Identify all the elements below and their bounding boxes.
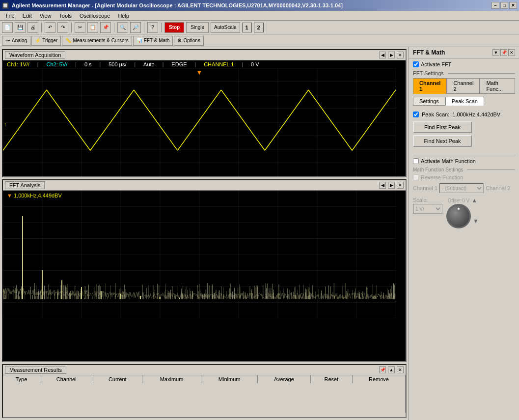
menu-tools[interactable]: Tools xyxy=(55,12,76,20)
measure-nav-pin[interactable]: 📌 xyxy=(379,366,386,373)
scale-label: Scale: xyxy=(413,197,442,203)
tab-channel1[interactable]: Channel 1 xyxy=(413,78,447,94)
measurements-button[interactable]: 📏 Measurements & Cursors xyxy=(62,36,132,46)
waveform-nav-left[interactable]: ◀ xyxy=(379,52,386,58)
save-button[interactable]: 💾 xyxy=(15,22,26,33)
col-reset: Reset xyxy=(310,375,352,383)
scope-toolbar: 〜 Analog ⚡ Trigger 📏 Measurements & Curs… xyxy=(0,34,519,47)
print-button[interactable]: 🖨 xyxy=(27,22,38,33)
measure-table-container: Type Channel Current Maximum Minimum Ave… xyxy=(3,375,406,417)
separator3 xyxy=(114,23,114,32)
copy-button[interactable]: 📋 xyxy=(87,22,98,33)
peak-scan-checkbox[interactable] xyxy=(413,112,419,117)
waveform-close[interactable]: ✕ xyxy=(397,52,404,58)
find-first-peak-button[interactable]: Find First Peak xyxy=(413,121,472,133)
fft-divider xyxy=(448,73,515,74)
stop-button[interactable]: Stop xyxy=(164,22,184,33)
activate-math-label: Activate Math Function xyxy=(421,158,476,164)
col-maximum: Maximum xyxy=(142,375,201,383)
redo-button[interactable]: ↷ xyxy=(57,22,68,33)
scale-group: Scale: 1 V/ xyxy=(413,197,442,214)
fft-display[interactable]: ▼ 1.000kHz,4.449dBV xyxy=(3,191,406,361)
minimize-button[interactable]: – xyxy=(492,2,499,9)
analog-icon: 〜 xyxy=(5,37,10,44)
measure-nav-float[interactable]: ▲ xyxy=(388,366,395,373)
col-current: Current xyxy=(93,375,142,383)
knob-up-arrow[interactable]: ▲ xyxy=(471,197,477,204)
zoom-button[interactable]: 🔍 xyxy=(117,22,128,33)
fft-nav-right[interactable]: ▶ xyxy=(388,182,395,189)
offset-label-row: Offset:0 V ▲ xyxy=(448,197,477,204)
ch2-button[interactable]: 2 xyxy=(254,23,264,32)
sub-tab-peak-scan[interactable]: Peak Scan xyxy=(445,97,484,106)
zoom2-button[interactable]: 🔎 xyxy=(130,22,141,33)
find-next-peak-button[interactable]: Find Next Peak xyxy=(413,135,472,147)
offset-knob[interactable] xyxy=(446,204,471,228)
activate-math-checkbox[interactable] xyxy=(413,158,419,164)
right-nav-pin[interactable]: 📌 xyxy=(500,49,507,56)
autoscale-button[interactable]: AutoScale xyxy=(211,22,240,33)
undo-button[interactable]: ↶ xyxy=(45,22,55,33)
voltage-label: 0 V xyxy=(251,61,259,67)
waveform-panel: Waveform Acquisition ◀ ▶ ✕ Ch1: 1V// | C… xyxy=(2,49,407,177)
single-button[interactable]: Single xyxy=(186,22,209,33)
math-ch1-label: Channel 1 xyxy=(413,185,437,191)
waveform-nav-right[interactable]: ▶ xyxy=(388,52,395,58)
menu-file[interactable]: File xyxy=(2,12,19,20)
fft-settings-label: FFT Settings xyxy=(413,70,444,76)
find-first-peak-wrapper: Find First Peak xyxy=(413,121,515,133)
tab-channel2[interactable]: Channel 2 xyxy=(447,78,480,94)
menu-help[interactable]: Help xyxy=(114,12,133,20)
peak-scan-label: Peak Scan: xyxy=(422,112,449,117)
close-button[interactable]: ✕ xyxy=(509,2,517,9)
tab-math-func[interactable]: Math Func... xyxy=(480,78,515,94)
maximize-button[interactable]: □ xyxy=(500,2,508,9)
math-settings-label: Math Function Settings xyxy=(413,167,463,172)
fft-close[interactable]: ✕ xyxy=(397,182,404,189)
reverse-function-label: Reverse Function xyxy=(421,174,463,180)
title-bar: 🔲 Agilent Measurement Manager - [Agilent… xyxy=(0,0,519,11)
activate-fft-label: Activate FFT xyxy=(421,61,451,67)
edge-label: EDGE xyxy=(171,61,187,67)
measure-close[interactable]: ✕ xyxy=(397,366,404,373)
measure-table: Type Channel Current Maximum Minimum Ave… xyxy=(3,375,406,413)
options-icon: ⚙ xyxy=(177,38,182,43)
options-button[interactable]: ⚙ Options xyxy=(174,36,203,46)
right-panel-title: FFT & Math xyxy=(413,49,445,56)
trigger-button[interactable]: ⚡ Trigger xyxy=(31,36,61,46)
fft-icon: 📊 xyxy=(137,38,142,43)
ch1-button[interactable]: 1 xyxy=(242,23,252,32)
menu-view[interactable]: View xyxy=(36,12,55,20)
waveform-panel-header: Waveform Acquisition ◀ ▶ ✕ xyxy=(3,50,406,60)
sub-tab-settings[interactable]: Settings xyxy=(413,97,445,106)
fft-settings-header: FFT Settings xyxy=(413,70,515,76)
fft-nav-left[interactable]: ◀ xyxy=(379,182,386,189)
col-remove: Remove xyxy=(352,375,405,383)
waveform-panel-title: Waveform Acquisition xyxy=(5,51,65,59)
menu-edit[interactable]: Edit xyxy=(19,12,36,20)
waveform-display[interactable]: ▼ ↑ xyxy=(3,68,406,176)
math-operation-select[interactable]: - (Subtract) xyxy=(439,183,484,193)
measure-panel: Measurement Results 📌 ▲ ✕ Type Channel C… xyxy=(2,364,407,418)
math-settings-divider xyxy=(467,169,515,170)
new-button[interactable]: 📄 xyxy=(2,22,13,33)
menu-oscilloscope[interactable]: Oscilloscope xyxy=(76,12,114,20)
right-nav-close[interactable]: ✕ xyxy=(508,49,515,56)
help-button[interactable]: ? xyxy=(147,22,158,33)
cut-button[interactable]: ✂ xyxy=(75,22,85,33)
activate-fft-checkbox[interactable] xyxy=(413,61,419,67)
activate-math-row: Activate Math Function xyxy=(413,158,515,164)
sub-tabs: Settings Peak Scan xyxy=(413,97,515,106)
trigger-arrow: ▼ xyxy=(196,68,203,76)
analog-button[interactable]: 〜 Analog xyxy=(2,36,30,46)
separator2 xyxy=(71,23,72,32)
fft-button[interactable]: 📊 FFT & Math xyxy=(133,36,173,46)
ch1-arrow: ↑ xyxy=(4,121,7,127)
right-nav-dropdown[interactable]: ▼ xyxy=(492,49,499,56)
paste-button[interactable]: 📌 xyxy=(100,22,111,33)
trigger-icon: ⚡ xyxy=(35,38,41,43)
knob-down-arrow[interactable]: ▼ xyxy=(473,218,479,224)
reverse-function-checkbox[interactable] xyxy=(413,174,419,180)
scale-select[interactable]: 1 V/ xyxy=(413,204,442,214)
separator4 xyxy=(144,23,144,32)
